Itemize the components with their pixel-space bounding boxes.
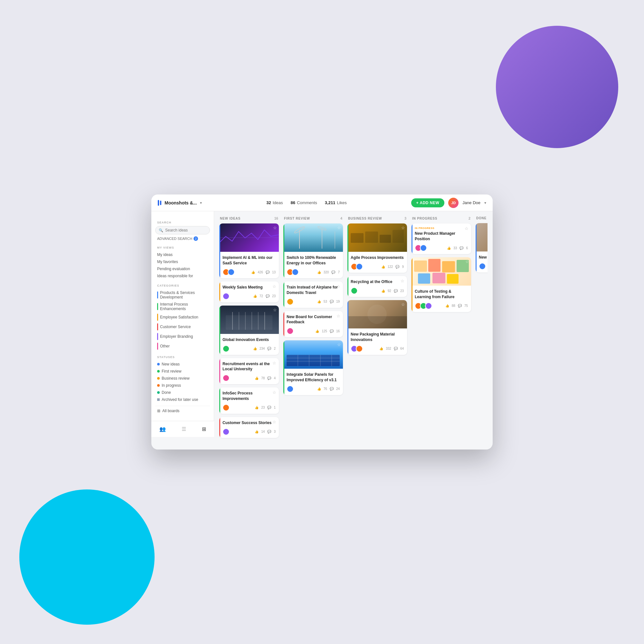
sidebar-item-ideas-responsible[interactable]: Ideas responsible for	[155, 272, 210, 279]
status-item-new[interactable]: New ideas	[155, 361, 210, 368]
status-item-done[interactable]: Done	[155, 389, 210, 396]
likes-recycling: 92	[388, 289, 391, 293]
comments-recycling: 23	[400, 289, 404, 293]
likes-solar: 76	[324, 387, 327, 391]
card-border-train	[283, 281, 284, 308]
card-star-global[interactable]: ☆	[273, 308, 277, 312]
card-product-manager[interactable]: IN PROGRESS New Product Manager Position…	[412, 223, 471, 254]
card-customer-success[interactable]: Customer Success Stories 👍 14 💬 3	[219, 417, 279, 438]
card-avatars-packaging	[351, 345, 363, 352]
comments-infosec: 1	[274, 406, 276, 409]
card-avatars-infosec	[223, 404, 230, 411]
card-star-packaging[interactable]: ☆	[401, 302, 405, 307]
comment-icon-pkg: 💬	[394, 347, 398, 350]
people-icon[interactable]: 👥	[157, 423, 168, 435]
column-count-first-review: 4	[340, 216, 342, 220]
card-packaging[interactable]: ☆ New Packaging Material Innovations �	[347, 300, 407, 355]
card-new-pay[interactable]: ☆ New Pay...	[476, 223, 488, 272]
card-star-train[interactable]: ☆	[336, 284, 340, 289]
card-stats-recycling: 👍 92 💬 23	[381, 289, 404, 293]
grid-icon[interactable]: ⊞	[199, 423, 209, 435]
logo-bar-2	[160, 201, 161, 205]
card-img-bg-renewable	[283, 223, 343, 252]
card-agile[interactable]: ☆ Agile Process Improvements 👍	[347, 223, 407, 273]
card-star-agile[interactable]: ☆	[401, 225, 405, 230]
category-item-customer[interactable]: Customer Service	[155, 322, 210, 332]
card-image-culture: ☆	[412, 257, 471, 286]
user-chevron-icon[interactable]: ▾	[484, 201, 486, 205]
card-border-renewable	[283, 223, 284, 278]
category-item-other[interactable]: Other	[155, 341, 210, 351]
search-input[interactable]	[165, 228, 206, 232]
avatar-2	[228, 269, 235, 276]
comments-agile: 9	[402, 265, 404, 269]
card-star-weekly[interactable]: ☆	[272, 284, 276, 289]
card-star-recruitment[interactable]: ☆	[272, 361, 276, 365]
card-img-svg-pkg	[347, 300, 407, 328]
card-star-ai-ml[interactable]: ☆	[273, 225, 277, 230]
list-icon[interactable]: ☰	[179, 423, 189, 435]
content-area: NEW IDEAS 16	[214, 211, 493, 449]
status-label-done: Done	[162, 390, 171, 395]
card-star-infosec[interactable]: ☆	[272, 390, 276, 395]
card-star-renewable[interactable]: ☆	[337, 225, 341, 230]
card-stats-pm: 👍 33 💬 6	[447, 246, 468, 250]
category-dot-other	[157, 343, 158, 350]
svg-rect-5	[251, 312, 252, 330]
card-star-pm[interactable]: ☆	[465, 226, 469, 231]
card-footer-solar: 👍 76 💬 24	[287, 385, 340, 393]
card-img-svg-renewable	[283, 223, 343, 252]
likes-infosec: 23	[261, 406, 265, 409]
card-infosec[interactable]: InfoSec Process Improvements 👍 23 💬 1	[219, 387, 279, 414]
card-star-culture[interactable]: ☆	[465, 259, 469, 264]
card-title-customer-success: Customer Success Stories	[223, 420, 276, 426]
status-item-first[interactable]: First review	[155, 368, 210, 375]
card-avatars-global	[223, 345, 230, 352]
card-footer-newpay	[479, 263, 488, 270]
avatar-np-1	[479, 263, 486, 270]
card-customer-feedback[interactable]: New Board for Customer Feedback 👍 125 💬 …	[283, 311, 343, 337]
card-stats-cs: 👍 14 💬 3	[255, 430, 276, 433]
category-item-internal[interactable]: Internal Process Enhancements	[155, 301, 210, 312]
sidebar-item-pending-eval[interactable]: Pending evaluation	[155, 265, 210, 272]
workspace-name: Moonshots &...	[165, 200, 197, 205]
status-item-business[interactable]: Business review	[155, 375, 210, 382]
card-recruitment[interactable]: Recruitment events at the Local Universi…	[219, 358, 279, 384]
card-star-recycling[interactable]: ☆	[401, 279, 404, 283]
card-footer-pm: 👍 33 💬 6	[415, 244, 468, 251]
card-train[interactable]: Train Instead of Airplane for Domestic T…	[283, 281, 343, 308]
card-ai-ml[interactable]: ☆ Implement AI & ML into our SaaS Servic…	[219, 223, 279, 278]
card-avatars-solar	[287, 385, 294, 393]
status-dot-archived	[157, 398, 160, 401]
svg-rect-27	[428, 259, 440, 272]
search-box[interactable]: 🔍	[155, 226, 210, 234]
status-item-inprogress[interactable]: In progress	[155, 382, 210, 389]
card-global-innovation[interactable]: ☆ Global Innovation Events 👍 234	[219, 306, 279, 355]
all-boards-link[interactable]: ⊞ All boards	[155, 406, 210, 416]
likes-cf: 125	[322, 329, 327, 333]
card-weekly-sales[interactable]: Weekly Sales Meeting 👍 72 💬 23	[219, 281, 279, 302]
card-star-cf[interactable]: ☆	[336, 314, 340, 318]
category-item-products[interactable]: Products & Services Development	[155, 289, 210, 301]
card-title-pm: New Product Manager Position	[415, 231, 468, 242]
sidebar-item-my-ideas[interactable]: My ideas	[155, 251, 210, 258]
category-item-employer[interactable]: Employer Branding	[155, 332, 210, 341]
card-culture-testing[interactable]: ☆ Culture of Testing & Learning from Fai…	[412, 257, 471, 312]
card-border-agile	[347, 223, 348, 273]
advanced-search-link[interactable]: ADVANCED SEARCH 2	[155, 236, 210, 241]
card-solar[interactable]: ☆ Integrate Solar Panels for Improved Ef…	[283, 340, 343, 395]
card-star-cs[interactable]: ☆	[272, 420, 276, 424]
thumbs-up-icon-is: 👍	[255, 406, 259, 409]
category-item-employee[interactable]: Employee Satisfaction	[155, 312, 210, 322]
comment-icon-tr: 💬	[330, 300, 334, 303]
add-new-button[interactable]: + ADD NEW	[411, 198, 445, 207]
avatar[interactable]: JD	[448, 198, 459, 208]
ideas-count: 32	[266, 200, 271, 205]
svg-rect-28	[442, 261, 455, 272]
card-recycling[interactable]: Recycling at the Office 👍 92 💬 23	[347, 276, 407, 297]
status-item-archived[interactable]: Archived for later use	[155, 396, 210, 403]
sidebar-item-my-favorites[interactable]: My favorites	[155, 258, 210, 265]
card-renewable[interactable]: ☆ Switch to 100% Renewable Energy in our…	[283, 223, 343, 278]
workspace-chevron-icon[interactable]: ▾	[200, 201, 202, 205]
card-star-solar[interactable]: ☆	[337, 342, 341, 347]
